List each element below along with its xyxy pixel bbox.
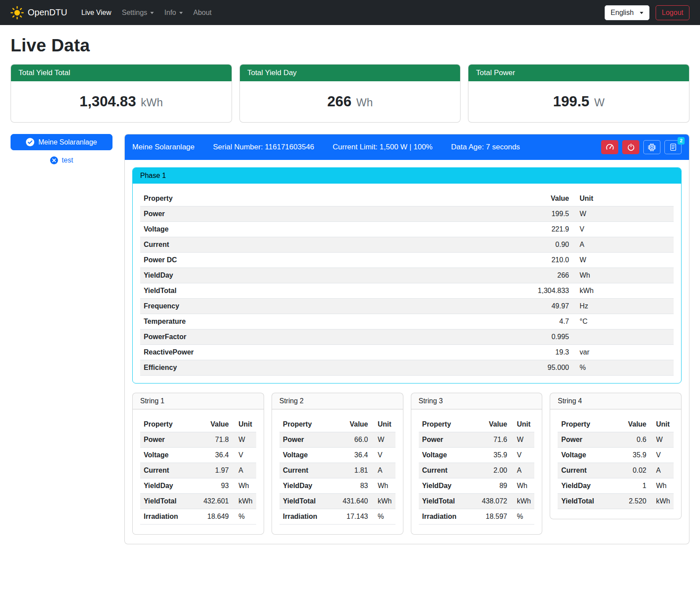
table-row: YieldDay 93 Wh (140, 478, 256, 494)
phase-table-body: Power 199.5 W Voltage 221.9 V (140, 206, 674, 376)
unit-cell: Wh (573, 268, 674, 283)
property-cell: Current (419, 463, 479, 478)
card-header: Total Power (468, 65, 689, 81)
property-cell: Efficiency (140, 360, 511, 376)
check-circle-icon (26, 138, 34, 146)
column-header-value: Value (617, 417, 650, 432)
string-table: Property Value Unit Power (419, 417, 535, 525)
column-header-property: Property (140, 417, 200, 432)
unit-cell: A (232, 463, 256, 478)
inverter-select-label: Meine Solaranlage (38, 138, 97, 146)
table-row: Current 0.02 A (558, 463, 674, 478)
table-row: YieldDay 89 Wh (419, 478, 535, 494)
card-total-yield-day: Total Yield Day 266 Wh (239, 64, 461, 123)
device-info-button[interactable] (643, 140, 660, 154)
nav-link-live-view[interactable]: Live View (77, 5, 116, 20)
property-cell: PowerFactor (140, 329, 511, 345)
column-header-value: Value (339, 417, 372, 432)
journal-text-icon (669, 143, 677, 151)
power-control-button[interactable] (622, 140, 639, 154)
value-cell: 266 (511, 268, 573, 283)
value-cell: 35.9 (617, 448, 650, 463)
card-body: 1,304.83 kWh (11, 81, 232, 122)
value-cell: 83 (339, 478, 372, 494)
inverter-name: Meine Solaranlage (132, 143, 195, 152)
table-row: Voltage 221.9 V (140, 222, 674, 237)
nav-link-info-label: Info (164, 9, 176, 17)
brand-link[interactable]: OpenDTU (11, 6, 67, 19)
card-body: 199.5 W (468, 81, 689, 122)
property-cell: Frequency (140, 299, 511, 314)
value-cell: 1.81 (339, 463, 372, 478)
card-value: 199.5 (553, 93, 590, 110)
column-header-unit: Unit (650, 417, 674, 432)
inverter-select-button-active[interactable]: Meine Solaranlage (11, 134, 112, 150)
table-row: Voltage 36.4 V (140, 448, 256, 463)
table-row: Temperature 4.7 °C (140, 314, 674, 329)
table-header-row: Property Value Unit (558, 417, 674, 432)
column-header-value: Value (511, 191, 573, 206)
string-card-body: Property Value Unit Power (272, 409, 403, 534)
property-cell: YieldTotal (279, 494, 339, 509)
unit-cell: Wh (650, 478, 674, 494)
unit-cell: Wh (232, 478, 256, 494)
property-cell: Voltage (279, 448, 339, 463)
card-body: 266 Wh (240, 81, 461, 122)
nav-links: Live View Settings Info About (77, 5, 605, 20)
value-cell: 2.520 (617, 494, 650, 509)
phase-panel-body: Property Value Unit Power (133, 184, 681, 383)
unit-cell: var (573, 345, 674, 360)
unit-cell: % (573, 360, 674, 376)
unit-cell: kWh (372, 494, 395, 509)
table-row: Power 0.6 W (558, 432, 674, 448)
table-row: Current 1.97 A (140, 463, 256, 478)
value-cell: 0.6 (617, 432, 650, 448)
logout-button[interactable]: Logout (656, 5, 689, 20)
value-cell: 71.6 (478, 432, 511, 448)
nav-link-info[interactable]: Info (160, 5, 187, 20)
string-card-1: String 1 Property Value Unit (132, 393, 264, 535)
unit-cell: °C (573, 314, 674, 329)
unit-cell: A (650, 463, 674, 478)
value-cell: 18.649 (200, 509, 232, 525)
property-cell: YieldDay (558, 478, 617, 494)
property-cell: Power DC (140, 253, 511, 268)
caret-down-icon (179, 12, 183, 14)
table-row: Irradiation 17.143 % (279, 509, 395, 525)
caret-down-icon (150, 12, 154, 14)
table-row: YieldDay 83 Wh (279, 478, 395, 494)
property-cell: ReactivePower (140, 345, 511, 360)
nav-link-settings[interactable]: Settings (117, 5, 158, 20)
inverter-actions: 2 (601, 140, 682, 154)
table-row: Irradiation 18.649 % (140, 509, 256, 525)
nav-link-about[interactable]: About (189, 5, 216, 20)
table-row: Current 1.81 A (279, 463, 395, 478)
inverter-card-body: Phase 1 Property Value Unit (125, 160, 689, 544)
language-selector[interactable]: English (605, 5, 649, 20)
property-cell: Power (279, 432, 339, 448)
column-header-unit: Unit (511, 417, 534, 432)
property-cell: YieldTotal (558, 494, 617, 509)
brand-label: OpenDTU (28, 7, 67, 18)
unit-cell: kWh (511, 494, 534, 509)
string-table: Property Value Unit Power (558, 417, 674, 509)
cpu-icon (648, 143, 656, 152)
property-cell: Voltage (140, 222, 511, 237)
table-row: YieldTotal 432.601 kWh (140, 494, 256, 509)
unit-cell: V (573, 222, 674, 237)
string-card-2: String 2 Property Value Unit (272, 393, 403, 535)
table-header-row: Property Value Unit (140, 191, 674, 206)
string-card-title: String 1 (133, 393, 264, 409)
event-log-button[interactable]: 2 (664, 140, 682, 154)
property-cell: YieldTotal (140, 494, 200, 509)
property-cell: YieldDay (140, 478, 200, 494)
table-row: Current 2.00 A (419, 463, 535, 478)
table-row: PowerFactor 0.995 (140, 329, 674, 345)
value-cell: 36.4 (339, 448, 372, 463)
navbar: OpenDTU Live View Settings Info About En… (0, 0, 700, 25)
value-cell: 0.995 (511, 329, 573, 345)
table-row: Power 66.0 W (279, 432, 395, 448)
string-card-body: Property Value Unit Power (133, 409, 264, 534)
limit-settings-button[interactable] (601, 140, 618, 154)
inverter-select-button-test[interactable]: test (45, 154, 78, 166)
